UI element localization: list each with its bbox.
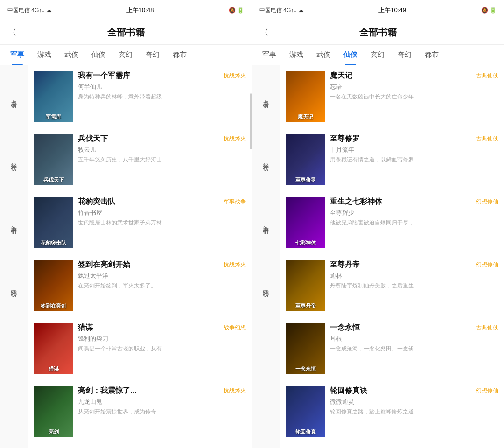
header: 〈全部书籍: [0, 21, 252, 45]
rank-label-点击榜[interactable]: 点击榜: [0, 65, 28, 128]
tab-仙侠[interactable]: 仙侠: [337, 45, 364, 65]
back-button[interactable]: 〈: [259, 26, 269, 39]
book-title: 签到在亮剑开始: [78, 260, 220, 270]
tab-游戏[interactable]: 游戏: [31, 45, 58, 65]
rank-label-点击榜[interactable]: 点击榜: [252, 65, 280, 128]
panel-right: 中国电信 4G↑↓ ☁上午10:49🔕 🔋〈全部书籍军事游戏武侠仙侠玄幻奇幻都市…: [252, 0, 504, 448]
book-info: 签到在亮剑开始抗战烽火飘过太平洋在亮剑开始签到，军火太多了。 ...: [78, 260, 246, 290]
book-title-row: 花豹突击队军事战争: [78, 197, 246, 207]
rank-label-完结榜[interactable]: 完结榜: [252, 254, 280, 317]
book-item[interactable]: 兵伐天下兵伐天下抗战烽火牧云儿五千年悠久历史，八千里大好河山...: [28, 128, 252, 191]
tab-仙侠[interactable]: 仙侠: [85, 45, 112, 65]
page-title: 全部书籍: [107, 26, 145, 39]
book-item[interactable]: 魔天记魔天记古典仙侠忘语一名在无数凶徒中长大的亡命少年...: [280, 65, 504, 128]
book-cover: 猎谋: [34, 323, 73, 374]
book-title: 亮剑：我震惊了...: [78, 386, 220, 396]
book-tag: 抗战烽火: [224, 261, 246, 269]
rank-label-新书榜[interactable]: 新书榜: [252, 191, 280, 254]
tab-游戏[interactable]: 游戏: [283, 45, 310, 65]
book-title-row: 猎谋战争幻想: [78, 323, 246, 333]
tab-都市[interactable]: 都市: [166, 45, 193, 65]
cover-title: 兵伐天下: [34, 176, 73, 183]
book-author: 至尊辉少: [330, 209, 498, 217]
book-author: 九龙山鬼: [78, 398, 246, 406]
book-item[interactable]: 花豹突击队花豹突击队军事战争竹香书屋世代隐居山林的武术世家子弟万林...: [28, 191, 252, 254]
tab-奇幻[interactable]: 奇幻: [139, 45, 166, 65]
book-item[interactable]: 军需库我有一个军需库抗战烽火何半仙儿身为特种兵的林峰，意外带着超级...: [28, 65, 252, 128]
book-title-row: 至尊修罗古典仙侠: [330, 134, 498, 144]
rank-label-完结榜[interactable]: 完结榜: [0, 254, 28, 317]
book-item[interactable]: 猎谋猎谋战争幻想锋利的柴刀间谍是一个非常古老的职业，从有...: [28, 317, 252, 380]
status-bar: 中国电信 4G↑↓ ☁上午10:49🔕 🔋: [252, 0, 504, 21]
book-title: 至尊丹帝: [330, 260, 472, 270]
book-title-row: 兵伐天下抗战烽火: [78, 134, 246, 144]
book-title: 魔天记: [330, 71, 472, 81]
book-title-row: 重生之七彩神体幻想修仙: [330, 197, 498, 207]
cover-title: 军需库: [34, 113, 73, 120]
book-info: 轮回修真诀幻想修仙微微通灵轮回修真之路，踏上巅峰修炼之道...: [330, 386, 498, 416]
tab-玄幻[interactable]: 玄幻: [112, 45, 139, 65]
rank-label-好评榜[interactable]: 好评榜: [252, 128, 280, 191]
status-left: 中国电信 4G↑↓ ☁: [259, 7, 304, 14]
book-cover: 军需库: [34, 71, 73, 122]
book-item[interactable]: 亮剑亮剑：我震惊了...抗战烽火九龙山鬼从亮剑开始震惊世界，成为传奇...: [28, 380, 252, 443]
book-desc: 一念成沧海，一念化桑田。一念斩...: [330, 345, 498, 353]
book-title: 我有一个军需库: [78, 71, 220, 81]
book-title: 轮回修真诀: [330, 386, 472, 396]
book-info: 花豹突击队军事战争竹香书屋世代隐居山林的武术世家子弟万林...: [78, 197, 246, 227]
tab-武侠[interactable]: 武侠: [310, 45, 337, 65]
tab-军事[interactable]: 军事: [4, 45, 31, 65]
book-desc: 他被兄弟陷害被迫自爆同归于尽，...: [330, 219, 498, 227]
tab-奇幻[interactable]: 奇幻: [391, 45, 418, 65]
book-author: 微微通灵: [330, 398, 498, 406]
book-cover: 亮剑: [34, 386, 73, 437]
cover-title: 亮剑: [34, 428, 73, 435]
book-item[interactable]: 一念永恒一念永恒古典仙侠耳根一念成沧海，一念化桑田。一念斩...: [280, 317, 504, 380]
book-cover: 至尊丹帝: [286, 260, 325, 311]
book-title-row: 轮回修真诀幻想修仙: [330, 386, 498, 396]
book-cover: 七彩神体: [286, 197, 325, 248]
tab-武侠[interactable]: 武侠: [58, 45, 85, 65]
cover-title: 一念永恒: [286, 365, 325, 372]
book-item[interactable]: 轮回修真轮回修真诀幻想修仙微微通灵轮回修真之路，踏上巅峰修炼之道...: [280, 380, 504, 443]
rank-sidebar: 点击榜好评榜新书榜完结榜: [0, 65, 28, 448]
rank-label-新书榜[interactable]: 新书榜: [0, 191, 28, 254]
panel-left: 中国电信 4G↑↓ ☁上午10:48🔕 🔋〈全部书籍军事游戏武侠仙侠玄幻奇幻都市…: [0, 0, 252, 448]
book-cover: 至尊修罗: [286, 134, 325, 185]
cover-title: 七彩神体: [286, 239, 325, 246]
book-item[interactable]: 至尊丹帝至尊丹帝幻想修仙通林丹尊陆宇炼制仙丹失败，之后重生...: [280, 254, 504, 317]
cover-title: 花豹突击队: [34, 239, 73, 246]
book-item[interactable]: 签到在亮剑签到在亮剑开始抗战烽火飘过太平洋在亮剑开始签到，军火太多了。 ...: [28, 254, 252, 317]
book-tag: 古典仙侠: [476, 135, 498, 143]
book-item[interactable]: 至尊修罗至尊修罗古典仙侠十月流年用杀戮证有情之道，以鲜血写修罗...: [280, 128, 504, 191]
book-title: 重生之七彩神体: [330, 197, 472, 207]
book-tag: 抗战烽火: [224, 387, 246, 395]
cover-title: 至尊修罗: [286, 176, 325, 183]
book-title-row: 至尊丹帝幻想修仙: [330, 260, 498, 270]
rank-label-好评榜[interactable]: 好评榜: [0, 128, 28, 191]
tab-玄幻[interactable]: 玄幻: [364, 45, 391, 65]
back-button[interactable]: 〈: [7, 26, 17, 39]
book-tag: 军事战争: [224, 198, 246, 206]
book-author: 通林: [330, 272, 498, 280]
book-title-row: 一念永恒古典仙侠: [330, 323, 498, 333]
book-title-row: 我有一个军需库抗战烽火: [78, 71, 246, 81]
status-right: 🔕 🔋: [481, 7, 497, 14]
status-time: 上午10:48: [126, 6, 154, 14]
book-title-row: 签到在亮剑开始抗战烽火: [78, 260, 246, 270]
content-area: 点击榜好评榜新书榜完结榜军需库我有一个军需库抗战烽火何半仙儿身为特种兵的林峰，意…: [0, 65, 252, 448]
cover-title: 签到在亮剑: [34, 302, 73, 309]
book-title: 猎谋: [78, 323, 220, 333]
book-tag: 幻想修仙: [476, 387, 498, 395]
book-desc: 间谍是一个非常古老的职业，从有...: [78, 345, 246, 353]
book-tag: 幻想修仙: [476, 198, 498, 206]
book-cover: 花豹突击队: [34, 197, 73, 248]
book-item[interactable]: 七彩神体重生之七彩神体幻想修仙至尊辉少他被兄弟陷害被迫自爆同归于尽，...: [280, 191, 504, 254]
tab-都市[interactable]: 都市: [418, 45, 445, 65]
book-desc: 轮回修真之路，踏上巅峰修炼之道...: [330, 408, 498, 416]
book-title: 至尊修罗: [330, 134, 472, 144]
tab-军事[interactable]: 军事: [256, 45, 283, 65]
book-cover: 一念永恒: [286, 323, 325, 374]
book-desc: 丹尊陆宇炼制仙丹失败，之后重生...: [330, 282, 498, 290]
book-tag: 抗战烽火: [224, 72, 246, 80]
